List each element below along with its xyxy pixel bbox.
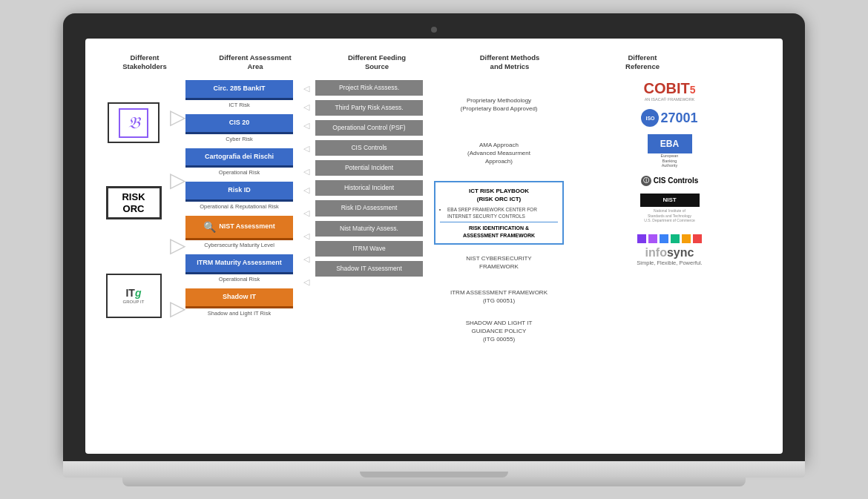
diagram-body: 𝔅 RISK ORC ITg [96,80,772,350]
laptop-stand [122,477,746,486]
bank-icon: 𝔅 [128,113,140,133]
feed-arrow-2: ◁ [303,99,309,116]
bank-stakeholder: 𝔅 [108,102,160,143]
header-reference: DifferentReference [583,53,702,72]
ref-cobit: COBIT5 AN ISACA® FRAMEWORK [643,80,695,102]
assess-riskid: Risk ID Operational & Reputational Risk [185,182,293,210]
playbook-box: ICT RISK PLAYBOOK(RISK ORC ICT) EBA SREP… [434,181,564,245]
ref-eba: EBA EuropeanBankingAuthority [648,134,692,168]
method-shadow: SHADOW AND LIGHT ITGUIDANCE POLICY(ITG 0… [434,316,564,346]
ref-cis: ⓘ CIS Controls [641,176,699,186]
feed-riskid: Risk ID Assessment [315,200,423,216]
itrm-label: Operational Risk [219,276,260,282]
cobit-text: COBIT5 [643,80,695,96]
arrow-1: ▷ [170,105,186,129]
assess-cartografia: Cartografia dei Rischi Operational Risk [185,148,293,176]
method-itrm: ITRM ASSESSMENT FRAMEWORK(ITG 00051) [434,282,564,311]
header-feeding: Different FeedingSource [318,53,436,72]
eba-badge: EBA [648,134,692,153]
arrow-4: ▷ [170,296,186,320]
assess-itrm: ITRM Maturity Assessment Operational Ris… [185,254,293,282]
feed-opcontrol: Operational Control (PSF) [315,120,423,136]
nist-badge: NIST [640,194,700,207]
camera [431,27,437,33]
shadowit-button[interactable]: Shadow IT [185,288,293,308]
nist-button[interactable]: 🔍 NIST Assessment [185,216,293,240]
arrow-3: ▷ [170,233,186,257]
infosync-tagline: Simple, Flexible, Powerful. [637,260,702,266]
laptop-container: DifferentStakeholders Different Assessme… [63,13,805,486]
itg-logo-text: ITg [125,287,141,299]
screen: DifferentStakeholders Different Assessme… [85,39,783,454]
method-proprietary: Proprietary Methodology(Proprietary Boar… [434,80,564,128]
cis20-label: Cyber Risk [226,136,253,142]
playbook-bullets: EBA SREP FRAMEWORK CENTER FOR INTERNET S… [440,206,558,219]
cartografia-label: Operational Risk [219,169,260,176]
feed-arrows: ◁ ◁ ◁ ◁ ◁ ◁ ◁ ◁ ◁ ◁ [297,80,315,350]
cis20-button[interactable]: CIS 20 [185,114,293,134]
feed-arrow-9: ◁ [303,251,309,268]
itg-stakeholder: ITg GROUP IT [106,274,162,318]
playbook-footer: RISK IDENTIFICATION &ASSESSMENT FRAMEWOR… [440,222,558,239]
color-blue [660,234,668,243]
assess-cis20: CIS 20 Cyber Risk [185,114,293,142]
assess-shadowit: Shadow IT Shadow and Light IT Risk [185,288,293,317]
feed-cis: CIS Controls [315,140,423,156]
sync-part: sync [667,246,694,259]
stakeholder-arrows: ▷ ▷ ▷ ▷ [171,80,185,350]
header-assessment: Different AssessmentArea [196,53,315,72]
infosync-name: infosync [637,246,702,260]
ref-nist: NIST National Institute ofStandards and … [640,194,700,223]
feed-itrm: ITRM Wave [315,241,423,257]
stakeholders-column: 𝔅 RISK ORC ITg [96,80,171,350]
playbook-title: ICT RISK PLAYBOOK(RISK ORC ICT) [440,187,558,203]
header-methods: Different Methodsand Metrics [439,53,580,72]
color-green [671,234,680,243]
bankIT-label: ICT Risk [228,102,250,108]
feed-potential: Potential Incident [315,160,423,176]
bankIT-button[interactable]: Circ. 285 BankIT [185,80,293,100]
method-nist: NIST CYBERSECURITYFRAMEWORK [434,248,564,277]
risk-orc-line2: ORC [114,203,154,215]
feeding-column: Project Risk Asssess. Third Party Risk A… [315,80,430,350]
cis-circle: ⓘ [641,176,651,186]
shadowit-label: Shadow and Light IT Risk [208,310,271,317]
riskid-button[interactable]: Risk ID [185,182,293,202]
method-ama: AMA Approach(Advanced MeasurmentApproach… [434,133,564,174]
cartografia-button[interactable]: Cartografia dei Rischi [185,148,293,168]
color-purple [637,234,646,243]
riskid-label: Operational & Reputational Risk [200,203,279,210]
feed-arrow-6: ◁ [303,182,309,199]
feed-nist: Nist Maturity Assess. [315,221,423,237]
color-yellow [682,234,691,243]
cobit-sub: AN ISACA® FRAMEWORK [643,97,695,102]
nist-label: Cybersecurity Maturity Level [204,242,274,248]
feed-arrow-1: ◁ [303,80,309,97]
nist-ref-sub: National Institute ofStandards and Techn… [640,208,700,223]
feed-shadow: Shadow IT Assessment [315,261,423,277]
color-red [693,234,702,243]
feed-arrow-8: ◁ [303,228,309,245]
laptop-base [63,461,805,477]
assess-nist: 🔍 NIST Assessment Cybersecurity Maturity… [185,216,293,248]
methods-column: Proprietary Methodology(Proprietary Boar… [430,80,568,350]
arrow-2: ▷ [170,168,186,192]
info-part: info [645,246,667,259]
screen-bezel: DifferentStakeholders Different Assessme… [63,13,805,461]
feed-arrow-7: ◁ [303,205,309,222]
cis-text: CIS Controls [654,176,699,185]
assess-bankIT: Circ. 285 BankIT ICT Risk [185,80,293,108]
iso-circle: ISO [641,109,659,127]
feed-thirdparty: Third Party Risk Assess. [315,100,423,116]
infosync-colors [637,234,702,243]
itg-sub: GROUP IT [123,300,145,305]
diagram-content: DifferentStakeholders Different Assessme… [85,39,783,454]
feed-project: Project Risk Asssess. [315,80,423,96]
eba-sub: EuropeanBankingAuthority [648,153,692,168]
feed-historical: Historical Incident [315,180,423,196]
feed-arrow-10: ◁ [303,274,309,291]
itrm-button[interactable]: ITRM Maturity Assessment [185,254,293,274]
assessment-column: Circ. 285 BankIT ICT Risk CIS 20 Cyber R… [185,80,297,350]
risk-orc-line1: RISK [114,191,154,203]
feed-arrow-4: ◁ [303,140,309,157]
